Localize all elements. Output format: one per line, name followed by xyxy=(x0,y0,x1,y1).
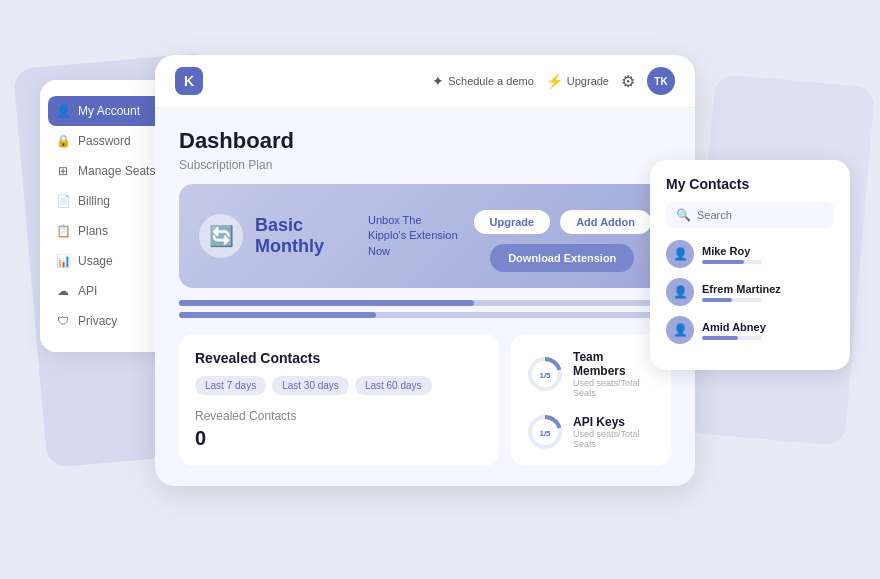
contact-item-amid-abney: 👤 Amid Abney xyxy=(666,316,834,344)
contact-name: Mike Roy xyxy=(702,245,762,257)
api-keys-info: API Keys Used seats/Total Seats xyxy=(573,415,655,449)
filter-tags: Last 7 days Last 30 days Last 60 days xyxy=(195,376,483,395)
sidebar-item-label: Billing xyxy=(78,194,110,208)
sidebar-item-label: Usage xyxy=(78,254,113,268)
lightning-icon: ⚡ xyxy=(546,73,563,89)
star-icon: ✦ xyxy=(432,73,444,89)
contact-bar-fill xyxy=(702,298,732,302)
schedule-demo-label: Schedule a demo xyxy=(448,75,534,87)
main-window: K ✦ Schedule a demo ⚡ Upgrade ⚙ TK Dashb… xyxy=(155,55,695,486)
contacts-search-bar: 🔍 xyxy=(666,202,834,228)
lock-icon: 🔒 xyxy=(56,134,70,148)
stats-card: 1/5 Team Members Used seats/Total Seats xyxy=(511,334,671,466)
sidebar-item-my-account[interactable]: 👤 My Account xyxy=(48,96,172,126)
add-addon-button[interactable]: Add Addon xyxy=(560,210,651,234)
main-content: Dashboard Subscription Plan 🔄 Basic Mont… xyxy=(155,108,695,486)
contact-info: Amid Abney xyxy=(702,321,766,340)
team-members-circle: 1/5 xyxy=(527,356,563,392)
usage-icon: 📊 xyxy=(56,254,70,268)
contact-item-efrem-martinez: 👤 Efrem Martinez xyxy=(666,278,834,306)
subscription-section-label: Subscription Plan xyxy=(179,158,671,172)
settings-icon[interactable]: ⚙ xyxy=(621,72,635,91)
contacts-panel-title: My Contacts xyxy=(666,176,834,192)
topbar-actions: ✦ Schedule a demo ⚡ Upgrade ⚙ TK xyxy=(432,67,675,95)
filter-last-60-days[interactable]: Last 60 days xyxy=(355,376,432,395)
plans-icon: 📋 xyxy=(56,224,70,238)
filter-last-30-days[interactable]: Last 30 days xyxy=(272,376,349,395)
contact-bar xyxy=(702,336,762,340)
search-icon: 🔍 xyxy=(676,208,691,222)
account-icon: 👤 xyxy=(56,104,70,118)
progress-bar-1 xyxy=(179,300,671,306)
sidebar-item-label: Manage Seats xyxy=(78,164,155,178)
progress-bar-1-fill xyxy=(179,300,474,306)
search-input[interactable] xyxy=(697,209,824,221)
schedule-demo-button[interactable]: ✦ Schedule a demo xyxy=(432,73,534,89)
contact-bar xyxy=(702,260,762,264)
revealed-contacts-card: Revealed Contacts Last 7 days Last 30 da… xyxy=(179,334,499,466)
api-keys-circle: 1/5 xyxy=(527,414,563,450)
contact-avatar: 👤 xyxy=(666,316,694,344)
team-members-info: Team Members Used seats/Total Seats xyxy=(573,350,655,398)
contacts-panel: My Contacts 🔍 👤 Mike Roy 👤 Efrem Martine… xyxy=(650,160,850,370)
user-avatar[interactable]: TK xyxy=(647,67,675,95)
contact-name: Efrem Martinez xyxy=(702,283,781,295)
plan-icon: 🔄 xyxy=(199,214,243,258)
contact-bar-fill xyxy=(702,260,744,264)
contact-avatar: 👤 xyxy=(666,278,694,306)
revealed-contacts-title: Revealed Contacts xyxy=(195,350,483,366)
plan-name: Basic Monthly xyxy=(255,215,352,257)
progress-bar-2-fill xyxy=(179,312,376,318)
upgrade-label: Upgrade xyxy=(567,75,609,87)
progress-bars xyxy=(179,300,671,318)
plan-description: Unbox The Kipplo's Extension Now xyxy=(368,213,458,259)
upgrade-plan-button[interactable]: Upgrade xyxy=(474,210,551,234)
contact-bar xyxy=(702,298,762,302)
contact-name: Amid Abney xyxy=(702,321,766,333)
api-keys-label: API Keys xyxy=(573,415,655,429)
sidebar-item-label: My Account xyxy=(78,104,140,118)
topbar: K ✦ Schedule a demo ⚡ Upgrade ⚙ TK xyxy=(155,55,695,108)
api-icon: ☁ xyxy=(56,284,70,298)
page-title: Dashboard xyxy=(179,128,671,154)
sidebar-item-label: Password xyxy=(78,134,131,148)
contact-info: Mike Roy xyxy=(702,245,762,264)
contact-item-mike-roy: 👤 Mike Roy xyxy=(666,240,834,268)
contact-bar-fill xyxy=(702,336,738,340)
bottom-row: Revealed Contacts Last 7 days Last 30 da… xyxy=(179,334,671,466)
api-keys-sub: Used seats/Total Seats xyxy=(573,429,655,449)
svg-text:1/5: 1/5 xyxy=(539,429,551,438)
progress-bar-2 xyxy=(179,312,671,318)
plan-actions: Upgrade Add Addon xyxy=(474,210,651,234)
download-extension-button[interactable]: Download Extension xyxy=(490,244,634,272)
contact-avatar: 👤 xyxy=(666,240,694,268)
svg-text:1/5: 1/5 xyxy=(539,371,551,380)
revealed-count-value: 0 xyxy=(195,427,483,450)
app-logo: K xyxy=(175,67,203,95)
contacts-list: 👤 Mike Roy 👤 Efrem Martinez 👤 Amid Abney xyxy=(666,240,834,344)
filter-last-7-days[interactable]: Last 7 days xyxy=(195,376,266,395)
billing-icon: 📄 xyxy=(56,194,70,208)
seats-icon: ⊞ xyxy=(56,164,70,178)
team-members-sub: Used seats/Total Seats xyxy=(573,378,655,398)
team-members-stat: 1/5 Team Members Used seats/Total Seats xyxy=(527,350,655,398)
upgrade-button[interactable]: ⚡ Upgrade xyxy=(546,73,609,89)
sidebar-item-label: Plans xyxy=(78,224,108,238)
contact-info: Efrem Martinez xyxy=(702,283,781,302)
api-keys-stat: 1/5 API Keys Used seats/Total Seats xyxy=(527,414,655,450)
privacy-icon: 🛡 xyxy=(56,314,70,328)
team-members-label: Team Members xyxy=(573,350,655,378)
subscription-card: 🔄 Basic Monthly Unbox The Kipplo's Exten… xyxy=(179,184,671,288)
revealed-count-label: Revealed Contacts xyxy=(195,409,483,423)
sidebar-item-label: Privacy xyxy=(78,314,117,328)
sidebar-item-label: API xyxy=(78,284,97,298)
